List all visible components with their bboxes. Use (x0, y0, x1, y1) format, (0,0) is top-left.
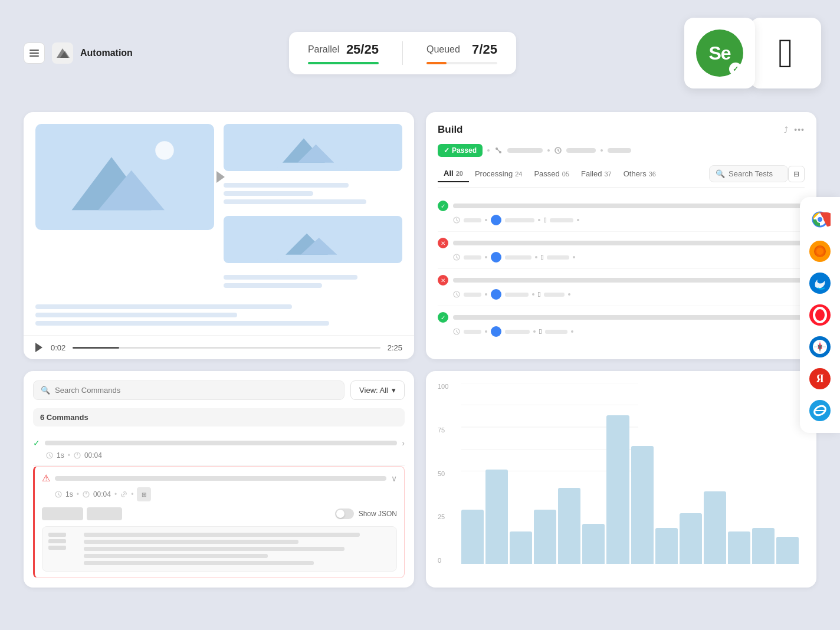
video-main-thumbnail[interactable] (35, 124, 214, 230)
apple-icon:  (539, 327, 542, 336)
commands-count: 6 Commands (33, 408, 405, 426)
sidebar-item-edge[interactable] (807, 270, 833, 296)
build-title: Build (438, 124, 463, 136)
meta-dot (485, 330, 487, 333)
meta-bar (464, 255, 481, 260)
parallel-stat: Parallel 25/25 (308, 42, 379, 64)
meta-dot (532, 293, 534, 296)
apple-card[interactable]:  (750, 18, 821, 88)
tab-failed[interactable]: Failed 37 (575, 166, 618, 182)
tab-passed[interactable]: Passed 05 (528, 166, 575, 182)
meta-bar (547, 255, 569, 260)
check-icon: ✓ (444, 146, 449, 155)
top-bar: Automation Parallel 25/25 Queued 7/25 (24, 18, 816, 88)
build-header: Build ⤴ ••• (438, 124, 805, 136)
chrome-indicator (491, 252, 501, 262)
more-icon[interactable]: ••• (794, 125, 805, 134)
test-meta:  (438, 215, 805, 225)
meta-separator: • (131, 490, 133, 498)
video-controls: 0:02 2:25 (24, 335, 414, 359)
progress-bar[interactable] (73, 347, 380, 349)
command-meta: 1s • 00:04 (33, 451, 405, 460)
tab-others[interactable]: Others 36 (618, 166, 662, 182)
command-time: 1s (65, 490, 73, 498)
chart-bar (606, 415, 629, 564)
chart-bar (631, 446, 654, 564)
meta-dot (573, 256, 575, 258)
tab-others-count: 36 (649, 170, 656, 178)
clock-small-icon (453, 291, 460, 298)
queued-value: 7/25 (472, 42, 497, 57)
sidebar-item-ie[interactable] (807, 398, 833, 424)
tab-all[interactable]: All 20 (438, 165, 469, 182)
video-line (224, 183, 349, 188)
search-box[interactable]: 🔍 (709, 165, 788, 182)
status-icon-pass: ✓ (438, 312, 448, 323)
command-meta: 1s • 00:04 • • ⊞ (42, 487, 397, 501)
sidebar-item-firefox[interactable] (807, 238, 833, 264)
video-thumb-2[interactable] (224, 216, 402, 263)
view-all-button[interactable]: View: All ▾ (350, 380, 405, 400)
view-all-label: View: All (359, 386, 388, 395)
test-meta:  (438, 252, 805, 262)
clock-icon (55, 491, 62, 498)
code-line (84, 540, 298, 544)
list-item[interactable]: ✓ › 1s • 00:04 (33, 432, 405, 466)
chart-area: 100 75 50 25 0 (438, 383, 805, 576)
tab-processing[interactable]: Processing 24 (469, 166, 529, 182)
table-row[interactable]: ✓  (438, 195, 805, 232)
hamburger-button[interactable] (24, 42, 45, 64)
svg-point-7 (155, 141, 174, 160)
tag-2 (87, 507, 122, 520)
sidebar-item-chrome[interactable] (807, 206, 833, 232)
test-name (453, 241, 805, 245)
search-input[interactable] (729, 169, 782, 178)
meta-dot (485, 219, 487, 221)
filter-button[interactable]: ⊟ (788, 166, 805, 182)
sidebar-item-safari[interactable] (807, 334, 833, 360)
chevron-down-icon: ∨ (391, 474, 397, 483)
clock-small-icon (453, 254, 460, 261)
chart-bar (728, 531, 750, 564)
y-label: 25 (438, 513, 448, 520)
sidebar-item-yandex[interactable]: Я (807, 366, 833, 392)
commands-search-box[interactable]: 🔍 (33, 380, 344, 400)
y-label: 100 (438, 383, 448, 390)
line-num (48, 533, 66, 537)
chart-bar (704, 491, 726, 564)
sidebar-item-opera[interactable] (807, 302, 833, 328)
list-item[interactable]: ⚠ ∨ 1s • 00:04 • • ⊞ (33, 466, 405, 578)
progress-bar-fill (73, 347, 119, 349)
app-logo (52, 42, 73, 64)
right-browser-sidebar: Я (800, 197, 840, 433)
desc-line (35, 304, 292, 309)
show-json-label: Show JSON (359, 510, 397, 518)
table-row[interactable]: ✕  (438, 269, 805, 306)
video-line (224, 283, 322, 288)
table-row[interactable]: ✕  (438, 232, 805, 269)
chart-bar (752, 528, 775, 564)
y-label: 0 (438, 557, 448, 564)
commands-search-input[interactable] (55, 386, 337, 395)
share-icon[interactable]: ⤴ (784, 125, 788, 134)
tag-row (42, 507, 122, 520)
branch-icon (494, 146, 503, 155)
clock-small-icon (453, 216, 460, 224)
play-button[interactable] (35, 343, 44, 352)
parallel-bar-fill (308, 62, 379, 64)
time-total: 2:25 (388, 343, 402, 352)
meta-bar (464, 330, 481, 334)
command-time: 1s (57, 451, 64, 460)
error-line-numbers (48, 533, 78, 565)
svg-rect-2 (29, 55, 39, 57)
test-name (453, 278, 805, 283)
chevron-right-icon: › (402, 438, 405, 448)
meta-dot (487, 149, 490, 152)
table-row[interactable]: ✓  (438, 306, 805, 343)
video-thumb-1[interactable] (224, 124, 402, 171)
app-header: Automation (24, 42, 133, 64)
tab-failed-count: 37 (604, 170, 611, 178)
show-json-toggle[interactable] (335, 508, 354, 519)
selenium-card[interactable]: Se ✓ (684, 18, 755, 88)
svg-point-36 (818, 217, 822, 222)
